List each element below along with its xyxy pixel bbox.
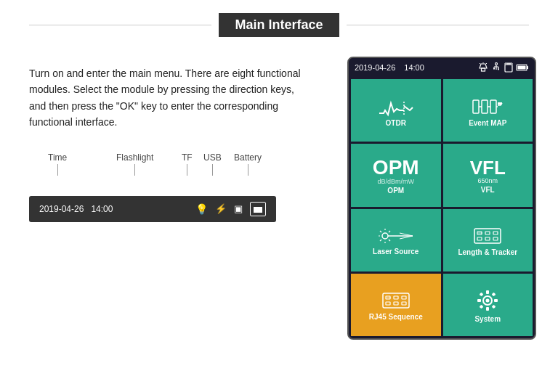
grid-cell-vfl[interactable]: VFL 650nm VFL [443, 144, 533, 206]
svg-rect-46 [386, 296, 390, 299]
svg-rect-41 [493, 237, 498, 240]
laser-source-label: Laser Source [373, 248, 418, 256]
opm-label: OPM [387, 187, 404, 195]
system-label: System [474, 315, 501, 323]
event-map-icon [472, 96, 504, 118]
svg-rect-45 [383, 293, 409, 308]
tf-icon: ▣ [234, 203, 243, 214]
time-label: Time [48, 152, 67, 163]
device-flashlight-icon [478, 62, 488, 73]
system-icon [474, 287, 501, 314]
diagram-area: Time Flashlight TF USB Battery [29, 152, 276, 222]
left-panel: Turn on and enter the main menu. There a… [29, 65, 312, 222]
svg-rect-37 [485, 232, 490, 234]
svg-rect-64 [492, 305, 496, 309]
battery-label-group: Battery [234, 152, 262, 176]
battery-line [248, 164, 248, 176]
length-tracker-label: Length & Tracker [458, 248, 517, 256]
otdr-icon [378, 96, 414, 118]
svg-rect-59 [477, 299, 481, 302]
rj45-sequence-label: RJ45 Sequence [369, 313, 423, 321]
svg-rect-38 [493, 232, 498, 234]
rj45-sequence-icon [380, 290, 412, 311]
vfl-nm-text: 650nm [477, 177, 498, 184]
status-bar: 2019-04-26 14:00 💡 ⚡ ▣ [29, 196, 276, 222]
flashlight-label: Flashlight [116, 152, 153, 163]
svg-rect-51 [402, 302, 406, 305]
device-usb-icon [491, 62, 501, 73]
header: Main Interface [0, 0, 558, 37]
battery-icon [250, 202, 266, 216]
status-date: 2019-04-26 [39, 204, 84, 214]
svg-rect-48 [402, 296, 406, 299]
grid-cell-otdr[interactable]: OTDR [351, 79, 441, 142]
time-line [57, 164, 58, 176]
svg-line-29 [389, 231, 390, 232]
svg-rect-62 [492, 293, 496, 297]
grid-cell-event-map[interactable]: Event MAP [443, 79, 533, 142]
svg-rect-9 [493, 68, 495, 70]
grid-cell-length-tracker[interactable]: Length & Tracker [443, 209, 533, 271]
header-divider-left [29, 25, 211, 25]
battery-label: Battery [234, 152, 262, 163]
otdr-label: OTDR [386, 119, 406, 127]
device-mockup: 2019-04-26 14:00 [347, 57, 536, 340]
svg-rect-60 [494, 299, 498, 302]
svg-rect-18 [482, 100, 488, 113]
device-time: 14:00 [404, 63, 424, 72]
svg-rect-39 [477, 237, 482, 240]
svg-rect-50 [394, 302, 398, 305]
svg-rect-19 [490, 100, 496, 113]
status-time: 14:00 [91, 204, 113, 214]
description-text: Turn on and enter the main menu. There a… [29, 65, 312, 131]
svg-rect-1 [482, 68, 485, 71]
svg-rect-49 [386, 302, 390, 305]
device-battery-icon [516, 63, 529, 72]
svg-line-30 [380, 240, 381, 241]
svg-point-5 [496, 63, 498, 65]
svg-marker-0 [480, 64, 487, 68]
tf-label-group: TF [182, 152, 193, 176]
device-status-left: 2019-04-26 14:00 [355, 63, 424, 72]
svg-rect-17 [473, 100, 479, 113]
event-map-label: Event MAP [469, 119, 506, 127]
svg-rect-12 [505, 65, 512, 72]
svg-rect-57 [486, 290, 489, 294]
grid-cell-system[interactable]: System [443, 274, 533, 336]
svg-point-56 [486, 299, 490, 303]
device-date: 2019-04-26 [355, 63, 395, 72]
opm-big-text: OPM [373, 158, 419, 178]
usb-icon: ⚡ [215, 203, 227, 214]
grid-cell-laser-source[interactable]: Laser Source [351, 209, 441, 271]
device-sd-icon [504, 62, 513, 73]
svg-line-4 [486, 63, 487, 64]
svg-line-3 [480, 63, 480, 64]
vfl-label: VFL [481, 186, 495, 194]
usb-label-group: USB [203, 152, 222, 176]
svg-point-11 [498, 69, 499, 70]
grid-cell-rj45-sequence[interactable]: RJ45 Sequence [351, 274, 441, 336]
svg-line-28 [380, 231, 381, 232]
vfl-big-text: VFL [470, 158, 506, 177]
laser-source-icon [378, 226, 414, 246]
svg-rect-40 [485, 237, 490, 240]
svg-rect-14 [527, 66, 528, 69]
time-label-group: Time [48, 152, 67, 176]
svg-rect-15 [518, 66, 526, 70]
svg-line-31 [389, 240, 390, 241]
tf-line [187, 164, 187, 176]
length-tracker-icon [472, 225, 504, 247]
device-statusbar: 2019-04-26 14:00 [349, 58, 535, 77]
device-grid: OTDR Event MAP OPM dB/dBm/mW OPM VFL [349, 77, 535, 338]
svg-rect-58 [486, 307, 489, 311]
usb-label: USB [203, 152, 222, 163]
svg-point-24 [382, 233, 388, 239]
usb-line [212, 164, 213, 176]
flashlight-label-group: Flashlight [116, 152, 153, 176]
svg-rect-36 [477, 232, 482, 234]
flashlight-icon: 💡 [195, 203, 208, 215]
grid-cell-opm[interactable]: OPM dB/dBm/mW OPM [351, 144, 441, 206]
header-divider-right [347, 25, 529, 25]
tf-label: TF [182, 152, 193, 163]
svg-rect-35 [474, 229, 501, 243]
